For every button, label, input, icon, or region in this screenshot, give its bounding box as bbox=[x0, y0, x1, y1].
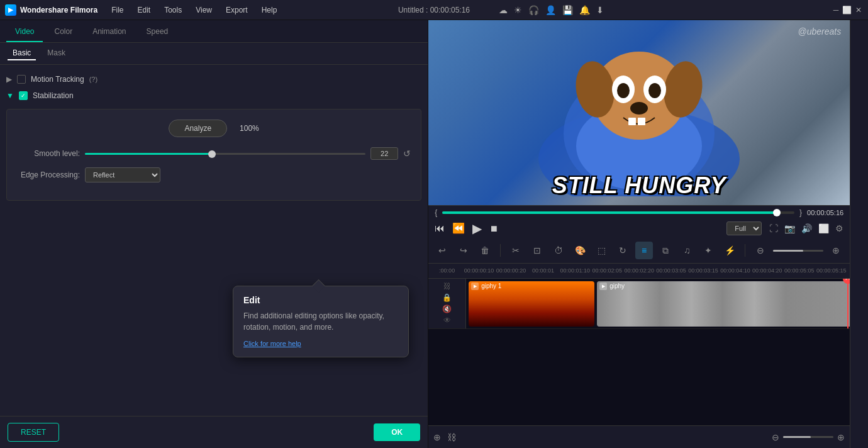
settings-icon[interactable]: ⚙ bbox=[835, 223, 843, 233]
menu-file[interactable]: File bbox=[105, 3, 130, 17]
smooth-level-input[interactable] bbox=[370, 147, 398, 160]
edit-button[interactable]: ≡ bbox=[635, 242, 653, 259]
play-button[interactable]: ▶ bbox=[472, 221, 482, 236]
stabilization-label: Stabilization bbox=[33, 91, 74, 100]
playhead[interactable]: ✂ bbox=[847, 279, 849, 328]
tooltip-help-link[interactable]: Click for more help bbox=[243, 340, 301, 347]
app-icon: ▶ bbox=[5, 4, 16, 16]
preview-video: @ubereats STILL HUNGRY bbox=[428, 20, 850, 205]
video-track: ⛓ 🔒 🔇 👁 ▶ giphy 1 bbox=[428, 279, 850, 329]
menu-edit[interactable]: Edit bbox=[131, 3, 157, 17]
motion-tracking-help-icon[interactable]: (?) bbox=[89, 76, 97, 83]
user-icon[interactable]: 👤 bbox=[545, 5, 556, 15]
timeline-zoom-out[interactable]: ⊖ bbox=[772, 432, 779, 442]
track-mute-icon[interactable]: 🔇 bbox=[442, 305, 452, 313]
progress-thumb[interactable] bbox=[773, 209, 781, 216]
timeline-area: :00:00 00:00:00:10 00:00:00:20 00:00:01 … bbox=[428, 264, 850, 449]
ruler-mark-1: 00:00:00:10 bbox=[463, 267, 495, 274]
svg-point-9 bbox=[648, 83, 661, 98]
ruler-mark-4: 00:00:01:10 bbox=[559, 267, 591, 274]
undo-button[interactable]: ↩ bbox=[433, 242, 451, 259]
cloud-icon[interactable]: ☁ bbox=[499, 5, 508, 15]
ruler-mark-3: 00:00:01 bbox=[527, 267, 559, 274]
motion-tracking-checkbox[interactable] bbox=[17, 75, 26, 84]
zoom-out-button[interactable]: ⊖ bbox=[752, 242, 769, 259]
timeline-add-track-icon[interactable]: ⊕ bbox=[433, 432, 441, 442]
audio-icon[interactable]: 🔊 bbox=[801, 223, 812, 233]
clip-giphy1[interactable]: ▶ giphy 1 bbox=[469, 281, 594, 327]
smooth-level-thumb[interactable] bbox=[208, 150, 216, 158]
track-lock-icon[interactable]: 🔒 bbox=[442, 293, 452, 302]
smooth-level-reset-icon[interactable]: ↺ bbox=[403, 148, 411, 159]
analyze-percentage: 100% bbox=[240, 124, 259, 133]
stop-button[interactable]: ⏹ bbox=[489, 223, 498, 233]
titlebar-icons: ☁ ☀ 🎧 👤 💾 🔔 ⬇ bbox=[499, 5, 604, 15]
tab-speed[interactable]: Speed bbox=[138, 22, 177, 42]
stabilization-checkbox[interactable]: ✓ bbox=[19, 91, 28, 100]
smooth-level-slider[interactable] bbox=[85, 153, 365, 155]
edit-tooltip: Edit Find additional editing options lik… bbox=[233, 286, 409, 357]
timer-button[interactable]: ⏱ bbox=[550, 242, 567, 259]
cut-button[interactable]: ✂ bbox=[507, 242, 525, 259]
maximize-button[interactable]: ⬜ bbox=[843, 6, 852, 14]
audio-mix-button[interactable]: ♫ bbox=[678, 242, 696, 259]
download-icon[interactable]: ⬇ bbox=[596, 5, 604, 15]
mask-button[interactable]: ⬚ bbox=[593, 242, 610, 259]
bracket-out-icon[interactable]: } bbox=[799, 208, 802, 217]
track-link-icon[interactable]: ⛓ bbox=[443, 282, 451, 291]
reset-button[interactable]: RESET bbox=[8, 423, 59, 442]
tooltip-description: Find additional editing options like opa… bbox=[243, 310, 398, 333]
timeline-tracks: ⛓ 🔒 🔇 👁 ▶ giphy 1 bbox=[428, 279, 850, 367]
subtab-basic[interactable]: Basic bbox=[8, 47, 36, 60]
timeline-link-icon[interactable]: ⛓ bbox=[447, 432, 456, 442]
skip-back-button[interactable]: ⏮ bbox=[435, 223, 445, 234]
redo-button[interactable]: ↪ bbox=[455, 242, 472, 259]
clip-giphy2[interactable]: ▶ giphy bbox=[597, 281, 850, 327]
step-back-button[interactable]: ⏪ bbox=[452, 222, 465, 234]
meme-text: STILL HUNGRY bbox=[428, 172, 850, 199]
timeline-zoom-slider[interactable] bbox=[783, 436, 833, 438]
properties-panel: ▶ Motion Tracking (?) ▼ ✓ Stabilization … bbox=[0, 65, 428, 416]
motion-tracking-label: Motion Tracking bbox=[31, 75, 84, 84]
color-button[interactable]: 🎨 bbox=[571, 242, 589, 259]
crop-button[interactable]: ⊡ bbox=[528, 242, 546, 259]
menu-export[interactable]: Export bbox=[220, 3, 254, 17]
warp-button[interactable]: ⧉ bbox=[657, 242, 674, 259]
progress-track[interactable] bbox=[442, 211, 794, 214]
save-icon[interactable]: 💾 bbox=[562, 5, 573, 15]
bracket-in-icon[interactable]: { bbox=[435, 208, 437, 217]
quality-select[interactable]: Full 1/2 1/4 bbox=[726, 221, 762, 235]
main-tab-bar: Video Color Animation Speed bbox=[0, 20, 428, 43]
notification-icon[interactable]: 🔔 bbox=[579, 5, 590, 15]
tab-animation[interactable]: Animation bbox=[84, 22, 135, 42]
delete-button[interactable]: 🗑 bbox=[476, 242, 494, 259]
rotate-button[interactable]: ↻ bbox=[614, 242, 632, 259]
svg-rect-12 bbox=[638, 118, 645, 125]
track-eye-icon[interactable]: 👁 bbox=[443, 316, 451, 325]
sun-icon[interactable]: ☀ bbox=[514, 5, 522, 15]
menu-view[interactable]: View bbox=[189, 3, 218, 17]
zoom-in-button[interactable]: ⊕ bbox=[827, 242, 845, 259]
speed-button[interactable]: ⚡ bbox=[721, 242, 738, 259]
fullscreen-icon[interactable]: ⛶ bbox=[769, 223, 778, 233]
menu-tools[interactable]: Tools bbox=[158, 3, 188, 17]
ok-button[interactable]: OK bbox=[374, 423, 420, 441]
edge-processing-select[interactable]: Reflect Tile Extend Black bbox=[85, 167, 160, 182]
tab-video[interactable]: Video bbox=[6, 22, 43, 42]
minimize-button[interactable]: ─ bbox=[832, 6, 840, 14]
stabilization-chevron[interactable]: ▼ bbox=[6, 91, 14, 100]
close-button[interactable]: ✕ bbox=[854, 6, 863, 14]
tab-color[interactable]: Color bbox=[45, 22, 81, 42]
smooth-level-fill bbox=[85, 153, 211, 155]
zoom-slider[interactable] bbox=[773, 250, 823, 252]
player-timeline: { } 00:00:05:16 bbox=[435, 208, 843, 217]
effect-button[interactable]: ✦ bbox=[699, 242, 717, 259]
headphone-icon[interactable]: 🎧 bbox=[528, 5, 539, 15]
subtab-mask[interactable]: Mask bbox=[42, 47, 70, 60]
export-frame-icon[interactable]: ⬜ bbox=[818, 223, 829, 233]
analyze-button[interactable]: Analyze bbox=[169, 120, 227, 137]
snapshot-icon[interactable]: 📷 bbox=[784, 223, 795, 233]
motion-tracking-chevron[interactable]: ▶ bbox=[6, 75, 12, 84]
menu-help[interactable]: Help bbox=[255, 3, 284, 17]
timeline-zoom-in[interactable]: ⊕ bbox=[837, 432, 845, 442]
